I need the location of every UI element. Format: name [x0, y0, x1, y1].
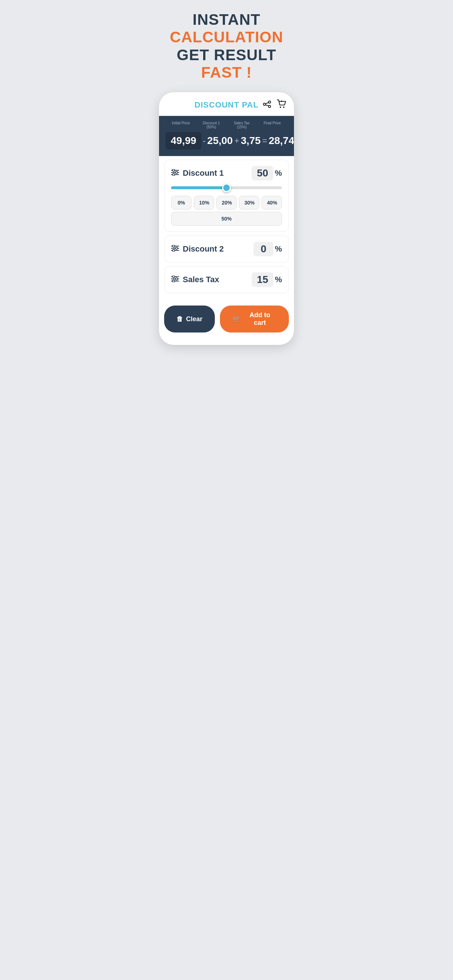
discount1-slider-container [171, 184, 282, 191]
discount2-title: Discount 2 [183, 244, 223, 254]
discount1-label: Discount 1 (50%) [196, 121, 227, 129]
preset-btn-10[interactable]: 10% [194, 196, 214, 210]
app-header-icons: 0 [263, 99, 287, 111]
clear-icon: 🗑 [177, 315, 183, 323]
svg-point-17 [175, 247, 178, 250]
preset-btn-40[interactable]: 40% [262, 196, 282, 210]
controls-area: Discount 1 50 % 0% 10% 20% 30% [159, 156, 294, 301]
sales-tax-sliders-icon [171, 275, 179, 284]
svg-point-25 [172, 280, 175, 282]
discount2-header: Discount 2 0 % [171, 242, 282, 256]
initial-price-value: 49,99 [166, 132, 201, 150]
operator-plus: + [233, 135, 241, 146]
preset-btn-50[interactable]: 50% [171, 212, 282, 226]
discount1-value: 25,00 [207, 135, 233, 146]
sales-tax-title: Sales Tax [183, 275, 219, 285]
page-wrapper: INSTANT CALCULATION GET RESULT FAST ! DI… [151, 0, 302, 348]
summary-bar: Initial Price Discount 1 (50%) Sales Tax… [159, 116, 294, 156]
phone-mockup: DISCOUNT PAL 0 [159, 92, 294, 345]
discount1-header: Discount 1 50 % [171, 166, 282, 180]
discount1-presets: 0% 10% 20% 30% 40% 50% [171, 196, 282, 226]
discount1-title: Discount 1 [183, 169, 223, 178]
final-price-label: Final Price [257, 121, 288, 129]
discount2-sliders-icon [171, 245, 179, 253]
final-price-value: 28,74 [269, 135, 294, 146]
svg-point-9 [172, 169, 175, 171]
header-line1: INSTANT CALCULATION [158, 11, 295, 46]
add-to-cart-label: Add to cart [243, 311, 276, 327]
sales-tax-header: Sales Tax 15 % [171, 272, 282, 287]
discount1-title-left: Discount 1 [171, 169, 223, 178]
svg-point-23 [175, 278, 178, 280]
discount2-value: 0 [254, 242, 273, 256]
preset-btn-30[interactable]: 30% [239, 196, 259, 210]
discount1-value-box: 50 % [252, 166, 282, 180]
sales-tax-value: 3,75 [241, 135, 261, 146]
sales-tax-label: Sales Tax (15%) [226, 121, 257, 129]
svg-line-3 [266, 102, 269, 104]
header-line1-part2: CALCULATION [170, 29, 283, 46]
app-title: DISCOUNT PAL [195, 100, 258, 110]
discount1-card: Discount 1 50 % 0% 10% 20% 30% [164, 160, 289, 232]
cart-icon[interactable]: 0 [276, 99, 287, 111]
operator-minus: - [201, 135, 207, 146]
discount2-value-box: 0 % [254, 242, 282, 256]
operator-equals: = [261, 135, 269, 146]
summary-values: 49,99 - 25,00 + 3,75 = 28,74 [166, 132, 287, 150]
svg-point-21 [172, 275, 175, 278]
sales-tax-value: 15 [252, 272, 273, 287]
initial-price-label: Initial Price [166, 121, 196, 129]
svg-text:0: 0 [281, 100, 282, 102]
share-icon[interactable] [263, 100, 271, 110]
svg-line-4 [266, 105, 269, 106]
preset-btn-20[interactable]: 20% [216, 196, 237, 210]
discount2-percent: % [274, 244, 282, 254]
app-header: DISCOUNT PAL 0 [159, 92, 294, 116]
discount1-percent: % [274, 169, 282, 178]
svg-point-1 [268, 105, 271, 108]
header-line2: GET RESULT FAST ! [158, 46, 295, 82]
header-line1-part1: INSTANT [193, 11, 260, 28]
add-cart-icon: 🛒 [232, 315, 240, 323]
svg-point-5 [280, 107, 281, 108]
svg-point-15 [172, 245, 175, 247]
clear-label: Clear [186, 315, 203, 323]
header-line2-part2: FAST ! [201, 64, 252, 81]
sales-tax-percent: % [274, 275, 282, 285]
discount2-title-left: Discount 2 [171, 244, 223, 254]
svg-point-0 [268, 101, 271, 103]
svg-point-6 [283, 107, 284, 108]
svg-point-2 [263, 103, 266, 105]
header-banner: INSTANT CALCULATION GET RESULT FAST ! [151, 0, 302, 89]
preset-btn-0[interactable]: 0% [171, 196, 191, 210]
sales-tax-value-box: 15 % [252, 272, 282, 287]
clear-button[interactable]: 🗑 Clear [164, 305, 215, 332]
discount1-slider[interactable] [171, 186, 282, 189]
discount1-sliders-icon [171, 169, 179, 178]
svg-point-13 [172, 173, 175, 176]
header-line2-part1: GET RESULT [177, 46, 276, 64]
svg-point-19 [172, 250, 175, 251]
bottom-buttons: 🗑 Clear 🛒 Add to cart [159, 301, 294, 334]
add-to-cart-button[interactable]: 🛒 Add to cart [220, 305, 289, 332]
discount2-card: Discount 2 0 % [164, 235, 289, 262]
svg-point-11 [175, 171, 178, 173]
sales-tax-title-left: Sales Tax [171, 275, 219, 285]
summary-labels: Initial Price Discount 1 (50%) Sales Tax… [166, 121, 287, 129]
sales-tax-card: Sales Tax 15 % [164, 266, 289, 293]
discount1-value: 50 [252, 166, 273, 180]
